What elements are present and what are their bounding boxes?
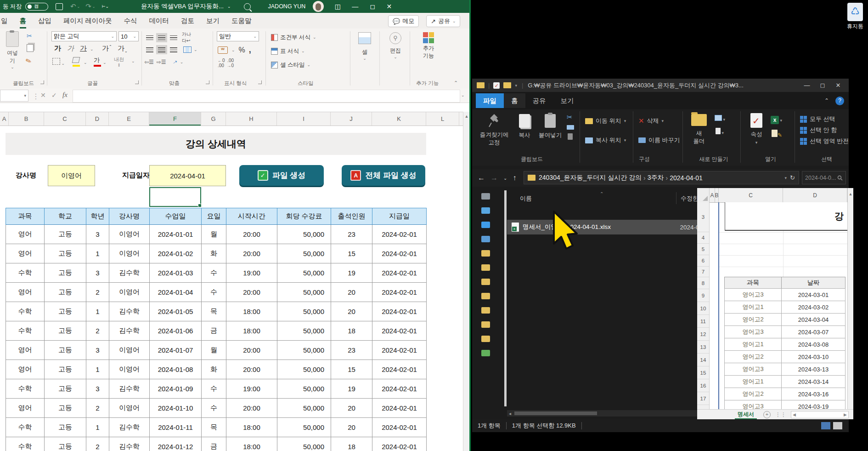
table-cell[interactable]: 50,000 <box>277 341 331 360</box>
recent-dropdown-icon[interactable]: ⌄ <box>503 176 507 181</box>
table-cell[interactable]: 영어 <box>6 399 45 418</box>
table-cell[interactable]: 목 <box>202 302 226 321</box>
lecture-col-header[interactable]: 수업일 <box>150 208 202 225</box>
sheet-menu-icon[interactable]: ⋮⋮ <box>775 411 786 418</box>
mini-hscroll-right-icon[interactable]: ▶ <box>844 412 847 417</box>
decimal-buttons[interactable]: ←0 .00.00 →0 <box>218 58 234 68</box>
table-cell[interactable]: 18:00 <box>226 302 277 321</box>
table-cell[interactable]: 수 <box>202 283 226 302</box>
sidebar-tree-item[interactable] <box>481 236 490 242</box>
forward-icon[interactable]: → <box>490 174 498 182</box>
select-option-button[interactable]: 선택 영역 반전 <box>800 137 849 145</box>
table-cell[interactable]: 화 <box>202 244 226 263</box>
table-cell[interactable]: 20 <box>331 283 372 302</box>
mini-row-number[interactable]: 16 <box>697 379 709 392</box>
table-cell[interactable]: 50,000 <box>277 437 331 451</box>
cells-button[interactable]: 셀⌄ <box>355 32 375 61</box>
table-cell[interactable]: 2024-02-01 <box>372 437 427 451</box>
back-icon[interactable]: ← <box>478 174 485 182</box>
table-cell[interactable]: 수학 <box>6 302 45 321</box>
table-cell[interactable]: 수학 <box>6 379 45 399</box>
mini-row-number[interactable]: 17 <box>697 392 709 405</box>
table-cell[interactable]: 김수학 <box>109 379 150 399</box>
lecture-col-header[interactable]: 시작시간 <box>226 208 277 225</box>
fill-handle[interactable] <box>198 204 202 207</box>
clipboard-launcher-icon[interactable] <box>40 80 44 84</box>
column-header-F[interactable]: F <box>149 112 201 126</box>
vertical-scrollbar[interactable]: ▲ <box>463 112 470 451</box>
mini-hscroll-left-icon[interactable]: ◀ <box>793 412 796 417</box>
table-cell[interactable]: 고등 <box>45 263 86 283</box>
mini-column-header-A[interactable]: A <box>710 188 715 202</box>
selected-cell[interactable] <box>149 187 201 207</box>
table-cell[interactable]: 2024-02-01 <box>372 302 427 321</box>
table-cell[interactable]: 영어 <box>6 244 45 263</box>
minimize-button[interactable]: — <box>350 3 360 10</box>
table-cell[interactable]: 2024-02-01 <box>372 341 427 360</box>
table-cell[interactable]: 2024-01-06 <box>150 321 202 341</box>
mini-scroll-up-icon[interactable]: ▲ <box>848 188 853 196</box>
grow-font-button[interactable]: 가⌃ <box>102 44 112 53</box>
table-cell[interactable]: 수학 <box>6 437 45 451</box>
table-cell[interactable]: 2024-02-01 <box>372 263 427 283</box>
mini-select-all-corner[interactable] <box>697 188 710 202</box>
formula-input[interactable] <box>73 90 460 103</box>
comma-icon[interactable]: , <box>249 45 251 55</box>
column-header-I[interactable]: I <box>277 112 331 126</box>
table-cell[interactable]: 2024-01-08 <box>150 360 202 379</box>
table-cell[interactable]: 2024-01-12 <box>150 437 202 451</box>
table-cell[interactable]: 화 <box>202 360 226 379</box>
mini-table-cell[interactable]: 2024-03-04 <box>781 313 845 326</box>
orientation-icon[interactable]: ➝ <box>171 58 179 66</box>
table-cell[interactable]: 1 <box>86 418 109 437</box>
font-color-dropdown-icon[interactable]: ⌄ <box>103 59 107 65</box>
mini-row-number[interactable]: 4 <box>697 232 709 244</box>
column-header-A[interactable]: A <box>0 112 9 126</box>
addins-button[interactable]: 추가기능 <box>415 32 442 59</box>
copy-to-button[interactable]: 복사 위치▾ <box>585 136 626 144</box>
phonetic-button[interactable]: 내천‖ <box>114 57 124 68</box>
sidebar-scrollbar[interactable] <box>504 190 507 406</box>
lecture-col-header[interactable]: 학교 <box>45 208 86 225</box>
new-folder-button[interactable]: 새폴더 <box>687 114 711 145</box>
mini-row-number[interactable]: 13 <box>697 341 709 354</box>
sidebar-tree-item[interactable] <box>481 207 490 214</box>
mini-table-cell[interactable]: 2024-03-10 <box>781 350 845 363</box>
payday-input[interactable]: 2024-04-01 <box>149 165 226 186</box>
table-cell[interactable]: 김수학 <box>109 418 150 437</box>
qat-customize-icon[interactable]: ⊢⌄ <box>102 4 109 9</box>
table-cell[interactable]: 고등 <box>45 379 86 399</box>
mini-row-number[interactable]: 5 <box>697 244 709 255</box>
sidebar-tree-item[interactable] <box>481 350 490 356</box>
mini-table-cell[interactable]: 영어고3 <box>724 363 782 376</box>
tab-data[interactable]: 데이터 <box>149 13 169 29</box>
table-cell[interactable]: 50,000 <box>277 360 331 379</box>
mini-table-cell[interactable]: 영어고3 <box>724 288 782 301</box>
create-file-button[interactable]: ✓파일 생성 <box>239 165 324 186</box>
table-cell[interactable]: 20:00 <box>226 399 277 418</box>
table-cell[interactable]: 고등 <box>45 418 86 437</box>
hscroll-thumb[interactable] <box>514 411 597 415</box>
mini-table-cell[interactable]: 영어고1 <box>724 301 782 314</box>
refresh-icon[interactable]: ↻ <box>790 174 795 181</box>
tab-page-layout[interactable]: 페이지 레이아웃 <box>63 13 112 29</box>
horizontal-align-buttons[interactable]: ⌄ <box>144 45 197 54</box>
font-color-button[interactable]: 가 <box>94 56 101 67</box>
tab-view[interactable]: 보기 <box>206 13 220 29</box>
table-cell[interactable]: 2 <box>86 321 109 341</box>
move-to-button[interactable]: 이동 위치▾ <box>585 117 626 125</box>
tab-help[interactable]: 도움말 <box>231 13 252 29</box>
lecture-col-header[interactable]: 회당 수강료 <box>277 208 331 225</box>
table-cell[interactable]: 고등 <box>45 244 86 263</box>
mini-column-header-D[interactable]: D <box>783 188 847 202</box>
sidebar-tree-item[interactable] <box>481 279 490 285</box>
column-header-J[interactable]: J <box>331 112 372 126</box>
copy-icon[interactable] <box>27 44 34 52</box>
open-excel-icon[interactable]: x ▾ <box>771 116 782 124</box>
explorer-tab-share[interactable]: 공유 <box>525 93 553 108</box>
table-cell[interactable]: 19:00 <box>226 379 277 399</box>
memo-button[interactable]: 💬메모 <box>388 15 419 27</box>
table-cell[interactable]: 18:00 <box>226 321 277 341</box>
lecture-col-header[interactable]: 출석인원 <box>331 208 372 225</box>
table-cell[interactable]: 15 <box>331 360 372 379</box>
